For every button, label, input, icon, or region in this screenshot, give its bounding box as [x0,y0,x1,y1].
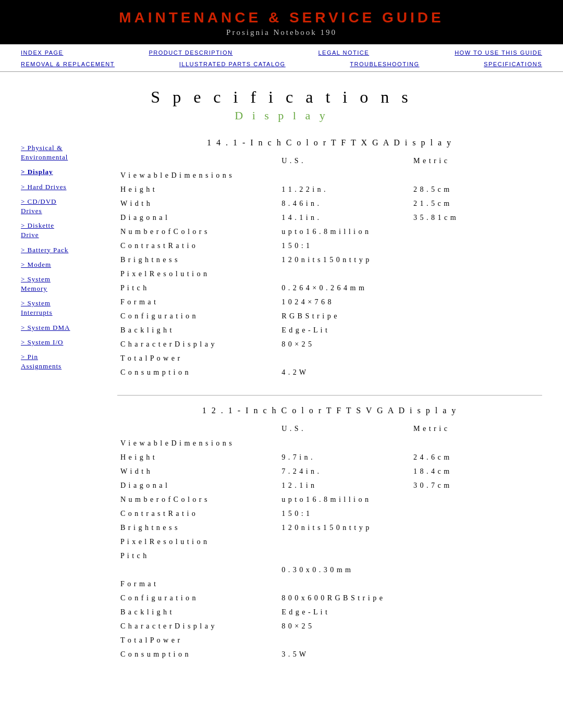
sidebar-modem[interactable]: > Modem [21,260,107,269]
display2-metric-4 [410,492,542,507]
display2-us-header: U . S . [278,422,410,436]
display2-metric-8 [410,549,542,563]
display2-label-9 [117,563,278,577]
display1-title: 1 4 . 1 - I n c h C o l o r T F T X G A … [117,138,542,147]
display1-us-4: u p t o 1 6 . 8 m i l l i o n [278,225,410,239]
page-subtitle: D i s p l a y [21,109,542,122]
display1-row-7: P i x e l R e s o l u t i o n [117,267,542,281]
display1-metric-7 [410,267,542,281]
display1-label-2: W i d t h [117,196,278,211]
display1-row-6: B r i g h t n e s s 1 2 0 n i t s 1 5 0 … [117,253,542,267]
display1-metric-14 [410,365,542,379]
display1-row-12: C h a r a c t e r D i s p l a y 8 0 × 2 … [117,337,542,351]
display1-metric-9 [410,295,542,309]
display2-row-15: C o n s u m p t i o n 3 . 5 W [117,647,542,661]
sidebar-dma[interactable]: > System DMA [21,323,107,332]
display2-row-14: T o t a l P o w e r [117,633,542,647]
display2-metric-0 [410,436,542,450]
display2-metric-2: 1 8 . 4 c m [410,464,542,478]
display2-row-3: D i a g o n a l 1 2 . 1 i n 3 0 . 7 c m [117,478,542,492]
display1-label-0: V i e w a b l e D i m e n s i o n s [117,168,278,182]
display1-metric-11 [410,323,542,337]
display1-row-5: C o n t r a s t R a t i o 1 5 0 : 1 [117,239,542,253]
display-section-2: 1 2 . 1 - I n c h C o l o r T F T S V G … [117,406,542,661]
nav-trouble[interactable]: TROUBLESHOOTING [350,61,419,67]
display1-row-8: P i t c h 0 . 2 6 4 × 0 . 2 6 4 m m [117,281,542,295]
sidebar-physical[interactable]: > Physical &Environmental [21,143,107,162]
display1-row-13: T o t a l P o w e r [117,351,542,365]
display1-metric-3: 3 5 . 8 1 c m [410,211,542,225]
display1-label-13: T o t a l P o w e r [117,351,278,365]
display2-row-13: C h a r a c t e r D i s p l a y 8 0 × 2 … [117,619,542,633]
header-title: MAINTENANCE & SERVICE GUIDE [21,9,542,26]
sidebar-io[interactable]: > System I/O [21,338,107,347]
display2-label-10: F o r m a t [117,577,278,591]
display1-metric-6 [410,253,542,267]
sidebar-display[interactable]: > Display [21,167,107,177]
display2-table: U . S . M e t r i c V i e w a b l e D i … [117,422,542,661]
display2-us-15: 3 . 5 W [278,647,410,661]
nav-removal[interactable]: REMOVAL & REPLACEMENT [21,61,115,67]
display1-row-11: B a c k l i g h t E d g e - L i t [117,323,542,337]
display2-us-8 [278,549,410,563]
display1-label-4: N u m b e r o f C o l o r s [117,225,278,239]
nav-specs[interactable]: SPECIFICATIONS [484,61,542,67]
display1-metric-10 [410,309,542,323]
sidebar-hdd[interactable]: > Hard Drives [21,182,107,192]
display1-row-1: H e i g h t 1 1 . 2 2 i n . 2 8 . 5 c m [117,182,542,196]
display-section-1: 1 4 . 1 - I n c h C o l o r T F T X G A … [117,138,542,379]
display1-us-3: 1 4 . 1 i n . [278,211,410,225]
sidebar-pin[interactable]: > PinAssignments [21,352,107,371]
display1-metric-4 [410,225,542,239]
display2-us-2: 7 . 2 4 i n . [278,464,410,478]
display2-label-6: B r i g h t n e s s [117,521,278,535]
display2-row-5: C o n t r a s t R a t i o 1 5 0 : 1 [117,507,542,521]
display2-empty-label [117,422,278,436]
display1-label-7: P i x e l R e s o l u t i o n [117,267,278,281]
sidebar-cddvd[interactable]: > CD/DVDDrives [21,197,107,216]
display2-header-row: U . S . M e t r i c [117,422,542,436]
nav-product[interactable]: PRODUCT DESCRIPTION [149,50,232,56]
nav-legal[interactable]: LEGAL NOTICE [318,50,369,56]
display1-us-0 [278,168,410,182]
display2-us-12: E d g e - L i t [278,605,410,619]
display1-us-13 [278,351,410,365]
sidebar-memory[interactable]: > SystemMemory [21,275,107,293]
header: MAINTENANCE & SERVICE GUIDE Prosignia No… [0,0,563,44]
display2-metric-14 [410,633,542,647]
sidebar: > Physical &Environmental > Display > Ha… [21,138,107,677]
display2-title: 1 2 . 1 - I n c h C o l o r T F T S V G … [117,406,542,415]
nav-parts[interactable]: ILLUSTRATED PARTS CATALOG [179,61,286,67]
nav-index[interactable]: INDEX PAGE [21,50,63,56]
display2-label-12: B a c k l i g h t [117,605,278,619]
display2-label-14: T o t a l P o w e r [117,633,278,647]
nav-how[interactable]: HOW TO USE THIS GUIDE [455,50,542,56]
display2-row-0: V i e w a b l e D i m e n s i o n s [117,436,542,450]
display2-row-1: H e i g h t 9 . 7 i n . 2 4 . 6 c m [117,450,542,464]
display2-row-11: C o n f i g u r a t i o n 8 0 0 x 6 0 0 … [117,591,542,605]
main-layout: > Physical &Environmental > Display > Ha… [21,138,542,677]
header-subtitle: Prosignia Notebook 190 [21,28,542,37]
sidebar-battery[interactable]: > Battery Pack [21,245,107,255]
display1-row-14: C o n s u m p t i o n 4 . 2 W [117,365,542,379]
navigation: INDEX PAGE PRODUCT DESCRIPTION LEGAL NOT… [0,44,563,72]
sidebar-diskette[interactable]: > DisketteDrive [21,221,107,240]
display1-metric-1: 2 8 . 5 c m [410,182,542,196]
display2-label-4: N u m b e r o f C o l o r s [117,492,278,507]
display1-label-11: B a c k l i g h t [117,323,278,337]
display2-label-0: V i e w a b l e D i m e n s i o n s [117,436,278,450]
sidebar-interrupts[interactable]: > SystemInterrupts [21,299,107,317]
display2-label-7: P i x e l R e s o l u t i o n [117,535,278,549]
display1-row-9: F o r m a t 1 0 2 4 × 7 6 8 [117,295,542,309]
display1-row-2: W i d t h 8 . 4 6 i n . 2 1 . 5 c m [117,196,542,211]
display2-label-3: D i a g o n a l [117,478,278,492]
display2-us-14 [278,633,410,647]
display1-label-3: D i a g o n a l [117,211,278,225]
display1-row-4: N u m b e r o f C o l o r s u p t o 1 6 … [117,225,542,239]
display2-row-7: P i x e l R e s o l u t i o n [117,535,542,549]
display1-row-0: V i e w a b l e D i m e n s i o n s [117,168,542,182]
display1-label-10: C o n f i g u r a t i o n [117,309,278,323]
display2-metric-12 [410,605,542,619]
display2-label-8: P i t c h [117,549,278,563]
display2-label-15: C o n s u m p t i o n [117,647,278,661]
